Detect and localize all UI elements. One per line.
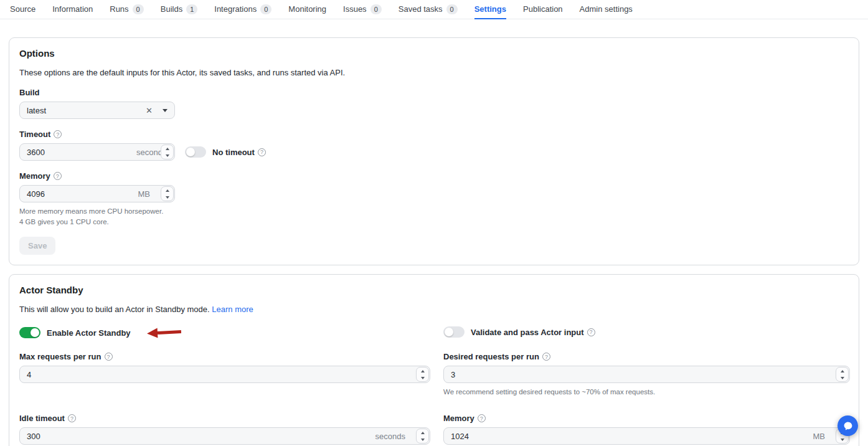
desired-requests-input[interactable] bbox=[451, 370, 842, 379]
help-icon[interactable]: ? bbox=[54, 130, 62, 138]
integrations-count-badge: 0 bbox=[260, 4, 271, 14]
validate-input-toggle[interactable] bbox=[443, 326, 465, 338]
step-down-icon[interactable] bbox=[417, 436, 428, 443]
memory-label: Memory ? bbox=[19, 171, 849, 181]
idle-timeout-label: Idle timeout ? bbox=[19, 414, 430, 423]
step-down-icon[interactable] bbox=[836, 436, 848, 443]
red-arrow-annotation bbox=[145, 326, 182, 340]
clear-icon[interactable]: ✕ bbox=[143, 106, 155, 115]
memory-input[interactable] bbox=[27, 189, 138, 199]
save-button[interactable]: Save bbox=[19, 237, 55, 255]
issues-count-badge: 0 bbox=[370, 4, 382, 14]
saved-tasks-count-badge: 0 bbox=[446, 4, 458, 14]
memory-helper: More memory means more CPU horsepower. 4… bbox=[19, 206, 849, 227]
enable-standby-toggle[interactable] bbox=[19, 327, 40, 338]
chevron-down-icon[interactable] bbox=[163, 109, 167, 112]
standby-description: This will allow you to build an Actor in… bbox=[19, 305, 849, 314]
tab-label: Monitoring bbox=[288, 4, 326, 14]
tab-information[interactable]: Information bbox=[52, 0, 93, 19]
standby-memory-input[interactable] bbox=[451, 432, 813, 441]
no-timeout-toggle[interactable] bbox=[185, 146, 206, 158]
enable-standby-row: Enable Actor Standby bbox=[19, 326, 430, 339]
tab-label: Issues bbox=[343, 4, 367, 14]
desired-requests-label: Desired requests per run ? bbox=[443, 352, 850, 361]
runs-count-badge: 0 bbox=[133, 4, 144, 14]
standby-memory-unit: MB bbox=[813, 432, 826, 441]
tab-label: Publication bbox=[523, 4, 563, 14]
timeout-stepper bbox=[161, 145, 174, 159]
chat-icon bbox=[843, 421, 853, 431]
tab-label: Builds bbox=[161, 4, 182, 14]
max-requests-stepper bbox=[416, 367, 429, 382]
standby-memory-input-group: MB bbox=[443, 427, 850, 445]
tab-monitoring[interactable]: Monitoring bbox=[288, 0, 326, 19]
tab-admin-settings[interactable]: Admin settings bbox=[580, 0, 633, 19]
standby-memory-label: Memory ? bbox=[443, 414, 850, 423]
step-up-icon[interactable] bbox=[161, 145, 173, 152]
desired-requests-input-group bbox=[443, 366, 850, 383]
tab-saved-tasks[interactable]: Saved tasks0 bbox=[399, 0, 458, 19]
builds-count-badge: 1 bbox=[186, 4, 197, 14]
help-icon[interactable]: ? bbox=[54, 172, 62, 180]
help-icon[interactable]: ? bbox=[258, 148, 266, 156]
idle-timeout-stepper bbox=[416, 429, 429, 444]
chat-launcher-button[interactable] bbox=[837, 415, 858, 436]
help-icon[interactable]: ? bbox=[68, 414, 76, 422]
tab-label: Settings bbox=[474, 4, 506, 14]
build-select[interactable]: latest ✕ bbox=[19, 102, 175, 119]
tab-issues[interactable]: Issues0 bbox=[343, 0, 382, 19]
idle-timeout-input-group: seconds bbox=[19, 427, 430, 445]
tab-label: Runs bbox=[110, 4, 128, 14]
tab-runs[interactable]: Runs0 bbox=[110, 0, 143, 19]
step-down-icon[interactable] bbox=[161, 152, 173, 159]
memory-input-group: MB bbox=[19, 185, 175, 202]
step-down-icon[interactable] bbox=[161, 194, 173, 201]
step-up-icon[interactable] bbox=[417, 368, 428, 374]
actor-standby-card: Actor Standby This will allow you to bui… bbox=[9, 274, 859, 446]
tab-label: Saved tasks bbox=[399, 4, 443, 14]
timeout-input[interactable] bbox=[27, 148, 136, 157]
desired-requests-stepper bbox=[836, 367, 849, 382]
idle-timeout-input[interactable] bbox=[27, 432, 375, 441]
timeout-input-group: seconds bbox=[19, 143, 175, 161]
step-down-icon[interactable] bbox=[417, 374, 428, 381]
help-icon[interactable]: ? bbox=[478, 414, 486, 422]
max-requests-input[interactable] bbox=[27, 370, 423, 379]
memory-stepper bbox=[161, 186, 174, 201]
tab-builds[interactable]: Builds1 bbox=[161, 0, 198, 19]
tab-source[interactable]: Source bbox=[10, 0, 35, 19]
validate-input-row: Validate and pass Actor input ? bbox=[443, 326, 850, 338]
build-label: Build bbox=[19, 88, 849, 97]
enable-standby-label: Enable Actor Standby bbox=[47, 328, 131, 338]
step-down-icon[interactable] bbox=[836, 374, 848, 381]
desired-requests-helper: We recommend setting desired requests to… bbox=[443, 387, 850, 397]
help-icon[interactable]: ? bbox=[542, 353, 550, 361]
step-up-icon[interactable] bbox=[161, 187, 173, 194]
tab-label: Information bbox=[52, 4, 93, 14]
max-requests-input-group bbox=[19, 366, 430, 383]
tab-integrations[interactable]: Integrations0 bbox=[214, 0, 271, 19]
help-icon[interactable]: ? bbox=[587, 328, 595, 336]
timeout-label: Timeout ? bbox=[19, 130, 849, 139]
tab-label: Integrations bbox=[214, 4, 257, 14]
standby-title: Actor Standby bbox=[19, 285, 849, 295]
memory-unit: MB bbox=[138, 189, 151, 199]
tab-label: Admin settings bbox=[580, 4, 633, 14]
build-select-value: latest bbox=[27, 106, 143, 115]
learn-more-link[interactable]: Learn more bbox=[212, 305, 253, 314]
no-timeout-row: No timeout ? bbox=[185, 146, 266, 158]
tab-label: Source bbox=[10, 4, 35, 14]
tab-publication[interactable]: Publication bbox=[523, 0, 563, 19]
step-up-icon[interactable] bbox=[417, 429, 428, 436]
idle-timeout-unit: seconds bbox=[375, 432, 405, 441]
actor-tab-bar: Source Information Runs0 Builds1 Integra… bbox=[0, 0, 868, 19]
options-description: These options are the default inputs for… bbox=[19, 68, 849, 77]
tab-settings[interactable]: Settings bbox=[474, 0, 506, 19]
validate-input-label: Validate and pass Actor input ? bbox=[471, 328, 595, 337]
no-timeout-label: No timeout ? bbox=[212, 148, 266, 157]
step-up-icon[interactable] bbox=[836, 368, 848, 374]
options-card: Options These options are the default in… bbox=[9, 37, 859, 265]
max-requests-label: Max requests per run ? bbox=[19, 352, 430, 361]
options-title: Options bbox=[19, 48, 849, 59]
help-icon[interactable]: ? bbox=[105, 353, 113, 361]
